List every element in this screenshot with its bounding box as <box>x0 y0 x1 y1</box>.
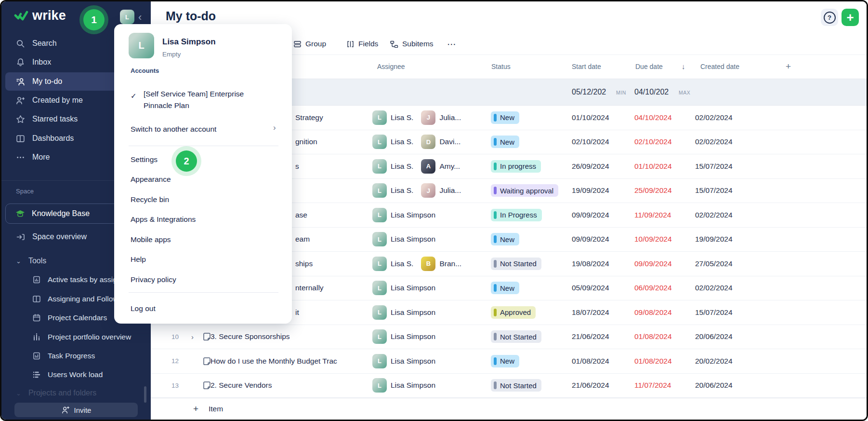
sidebar-item-users-workload[interactable]: Users Work load <box>1 366 151 384</box>
sidebar-item-projects-folders[interactable]: ⌄ Projects and folders <box>1 386 151 400</box>
task-name[interactable]: 3. Secure Sponsorships <box>210 325 373 349</box>
assignee-cell[interactable]: LLisa Simpson <box>372 349 491 373</box>
table-row[interactable]: 12 How do I use the Monthly Budget Trac … <box>151 349 867 374</box>
assignee-cell[interactable]: LLisa Simpson <box>372 300 491 325</box>
subitems-button[interactable]: Subitems <box>390 37 434 51</box>
start-date-cell[interactable]: 09/09/2024 <box>572 228 631 252</box>
avatar[interactable]: A <box>421 159 435 174</box>
created-date-cell[interactable]: 19/09/2024 <box>695 228 767 252</box>
created-date-cell[interactable]: 20/06/2024 <box>695 325 767 349</box>
due-date-cell[interactable]: 09/09/2024 <box>634 252 691 276</box>
start-date-cell[interactable]: 05/09/2024 <box>572 276 631 300</box>
task-name[interactable]: How do I use the Monthly Budget Trac <box>210 349 373 373</box>
add-column-button[interactable]: + <box>786 55 791 78</box>
avatar[interactable]: L <box>372 305 387 320</box>
status-cell[interactable]: New <box>491 106 571 130</box>
created-date-cell[interactable]: 02/02/2024 <box>695 276 767 300</box>
start-date-cell[interactable]: 01/10/2024 <box>572 106 631 130</box>
assignee-cell[interactable]: LLisa Simpson <box>372 325 491 349</box>
assignee-cell[interactable]: LLisa Simpson <box>372 203 491 227</box>
assignee-cell[interactable]: LLisa S.AAmy... <box>372 154 491 178</box>
created-date-cell[interactable]: 15/07/2024 <box>695 179 767 203</box>
avatar[interactable]: L <box>372 257 387 271</box>
avatar[interactable]: L <box>372 329 387 344</box>
start-date-cell[interactable]: 18/07/2024 <box>572 300 631 325</box>
status-cell[interactable]: Not Started <box>491 325 571 349</box>
start-date-cell[interactable]: 09/09/2024 <box>572 203 631 227</box>
avatar[interactable]: L <box>372 135 387 149</box>
assignee-cell[interactable]: LLisa S.JJulia... <box>372 106 491 130</box>
status-cell[interactable]: Not Started <box>491 374 571 398</box>
table-row[interactable]: 10 › 3. Secure Sponsorships LLisa Simpso… <box>151 325 867 350</box>
avatar[interactable]: L <box>372 232 387 246</box>
avatar[interactable]: L <box>372 183 387 198</box>
add-item-button[interactable]: Item <box>209 398 223 420</box>
menu-item-recycle-bin[interactable]: Recycle bin <box>131 193 169 206</box>
assignee-cell[interactable]: LLisa Simpson <box>372 276 491 300</box>
status-cell[interactable]: In progress <box>491 154 571 178</box>
column-header-start-date[interactable]: Start date <box>572 55 601 78</box>
status-cell[interactable]: New <box>491 130 571 154</box>
wrike-logo[interactable]: wrike <box>14 8 66 23</box>
avatar[interactable]: L <box>372 110 387 125</box>
column-header-assignee[interactable]: Assignee <box>377 55 405 78</box>
group-button[interactable]: Group <box>293 37 326 51</box>
create-button[interactable]: + <box>842 9 859 26</box>
created-date-cell[interactable]: 15/07/2024 <box>695 154 767 178</box>
status-cell[interactable]: New <box>491 228 571 252</box>
expand-chevron-icon[interactable]: › <box>191 325 194 349</box>
avatar[interactable]: L <box>372 159 387 174</box>
due-date-cell[interactable]: 09/08/2024 <box>634 300 691 325</box>
start-date-cell[interactable]: 21/06/2024 <box>572 325 631 349</box>
task-name[interactable]: 2. Secure Vendors <box>210 374 373 398</box>
collapse-sidebar-icon[interactable]: ‹ <box>138 11 142 24</box>
start-date-cell[interactable]: 19/09/2024 <box>572 179 631 203</box>
start-date-cell[interactable]: 21/06/2024 <box>572 374 631 398</box>
avatar[interactable]: J <box>421 183 435 198</box>
assignee-cell[interactable]: LLisa S.DDavi... <box>372 130 491 154</box>
menu-item-privacy-policy[interactable]: Privacy policy <box>131 273 176 286</box>
avatar[interactable]: B <box>421 257 435 271</box>
due-date-cell[interactable]: 01/08/2024 <box>634 349 691 373</box>
avatar[interactable]: L <box>372 281 387 295</box>
column-header-created-date[interactable]: Created date <box>700 55 739 78</box>
menu-item-logout[interactable]: Log out <box>131 302 156 315</box>
menu-item-help[interactable]: Help <box>131 253 146 266</box>
status-cell[interactable]: New <box>491 349 571 373</box>
due-date-cell[interactable]: 06/09/2024 <box>634 276 691 300</box>
start-date-cell[interactable]: 02/10/2024 <box>572 130 631 154</box>
status-cell[interactable]: Approved <box>491 300 571 325</box>
avatar[interactable]: D <box>421 135 435 149</box>
created-date-cell[interactable]: 02/02/2024 <box>695 106 767 130</box>
assignee-cell[interactable]: LLisa S.BBran... <box>372 252 491 276</box>
menu-item-mobile-apps[interactable]: Mobile apps <box>131 233 171 246</box>
created-date-cell[interactable]: 20/06/2024 <box>695 374 767 398</box>
toolbar-more-button[interactable]: ⋯ <box>447 37 457 51</box>
assignee-cell[interactable]: LLisa Simpson <box>372 374 491 398</box>
user-avatar[interactable]: L <box>120 10 134 24</box>
start-date-cell[interactable]: 26/09/2024 <box>572 154 631 178</box>
status-cell[interactable]: In Progress <box>491 203 571 227</box>
sort-descending-icon[interactable]: ↓ <box>682 55 685 78</box>
menu-item-apps-integrations[interactable]: Apps & Integrations <box>131 213 196 226</box>
help-button[interactable]: ? <box>821 9 838 26</box>
due-date-cell[interactable]: 01/10/2024 <box>634 154 691 178</box>
avatar[interactable]: J <box>421 110 435 125</box>
sidebar-scrollbar[interactable] <box>144 386 146 403</box>
sidebar-item-portfolio-overview[interactable]: Project portfolio overview <box>1 328 151 346</box>
status-cell[interactable]: Waiting approval <box>491 179 571 203</box>
status-cell[interactable]: New <box>491 276 571 300</box>
assignee-cell[interactable]: LLisa Simpson <box>372 228 491 252</box>
current-account-item[interactable]: [Self Service Team] Enterprise Pinnacle … <box>144 88 283 111</box>
add-item-plus-icon[interactable]: + <box>193 398 198 420</box>
due-date-cell[interactable]: 10/09/2024 <box>634 228 691 252</box>
start-date-cell[interactable]: 01/08/2024 <box>572 349 631 373</box>
created-date-cell[interactable]: 02/02/2024 <box>695 203 767 227</box>
assignee-cell[interactable]: LLisa S.JJulia... <box>372 179 491 203</box>
due-date-cell[interactable]: 11/07/2024 <box>634 374 691 398</box>
due-date-cell[interactable]: 02/10/2024 <box>634 130 691 154</box>
menu-item-appearance[interactable]: Appearance <box>131 173 171 186</box>
due-date-cell[interactable]: 11/09/2024 <box>634 203 691 227</box>
table-row[interactable]: 13 2. Secure Vendors LLisa Simpson Not S… <box>151 374 867 398</box>
start-date-cell[interactable]: 19/08/2024 <box>572 252 631 276</box>
